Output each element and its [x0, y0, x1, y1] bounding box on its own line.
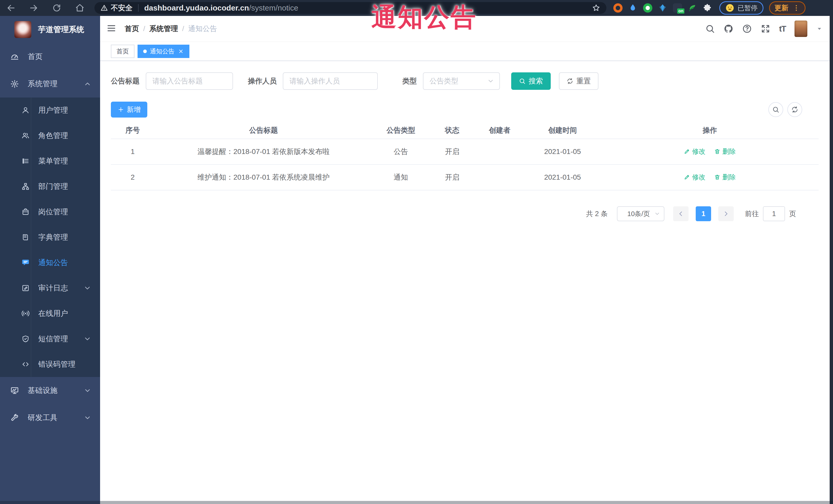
notice-title-input[interactable]	[146, 72, 233, 90]
sidebar-item-roles[interactable]: 角色管理	[0, 123, 100, 148]
add-button[interactable]: 新增	[111, 102, 147, 118]
goto-page-input[interactable]	[763, 206, 785, 221]
sidebar-item-online-users[interactable]: 在线用户	[0, 301, 100, 326]
user-avatar[interactable]	[794, 21, 807, 37]
audit-log-icon	[22, 284, 29, 292]
extension-green-circle-icon[interactable]	[640, 3, 655, 13]
system-submenu: 用户管理 角色管理 菜单管理 部门管理 岗位管理 字典管理	[0, 97, 100, 377]
address-bar[interactable]: 不安全 dashboard.yudao.iocoder.cn /system/n…	[94, 2, 606, 14]
url-path: /system/notice	[249, 4, 298, 12]
avatar-caret-icon[interactable]	[816, 25, 823, 32]
help-icon[interactable]	[742, 24, 752, 33]
col-header-title: 公告标题	[154, 122, 373, 139]
chevron-down-icon	[487, 77, 494, 85]
tab-label: 首页	[117, 47, 129, 55]
kebab-menu-icon[interactable]	[792, 4, 800, 12]
trash-icon	[714, 174, 720, 180]
update-label: 更新	[775, 3, 788, 13]
header-search-icon[interactable]	[705, 24, 715, 33]
not-secure-warning-icon	[101, 4, 108, 11]
delete-button[interactable]: 删除	[714, 147, 736, 156]
sidebar-item-infrastructure[interactable]: 基础设施	[0, 377, 100, 404]
search-button[interactable]: 搜索	[511, 72, 551, 90]
tab-notice[interactable]: 通知公告	[138, 45, 189, 58]
browser-forward-button[interactable]	[22, 3, 45, 13]
refresh-icon	[791, 106, 799, 113]
cell-type: 通知	[373, 165, 429, 190]
page-1-button[interactable]: 1	[696, 206, 711, 221]
sidebar-item-audit-log[interactable]: 审计日志	[0, 275, 100, 301]
search-button-label: 搜索	[529, 76, 543, 86]
chevron-down-icon	[84, 414, 91, 422]
wrench-icon	[10, 413, 19, 422]
toggle-search-button[interactable]	[768, 102, 783, 117]
tab-home[interactable]: 首页	[111, 45, 135, 58]
sidebar-item-home[interactable]: 首页	[0, 43, 100, 70]
refresh-icon	[567, 78, 573, 85]
extension-orange-icon[interactable]	[611, 3, 625, 13]
sidebar-item-error-codes[interactable]: 错误码管理	[0, 352, 100, 377]
org-tree-icon	[22, 183, 29, 190]
main-area: 首页 / 系统管理 / 通知公告 tT 首页 通知公告	[100, 16, 833, 504]
page-size-value: 10条/页	[623, 209, 654, 218]
sidebar-item-posts[interactable]: 岗位管理	[0, 199, 100, 224]
breadcrumb-system[interactable]: 系统管理	[149, 24, 178, 33]
table-toolbar: 新增	[111, 102, 818, 118]
bookmark-star-icon[interactable]	[592, 4, 600, 12]
delete-label: 删除	[722, 147, 736, 156]
notice-type-select[interactable]: 公告类型	[423, 72, 500, 90]
browser-reload-button[interactable]	[45, 3, 68, 13]
breadcrumb-home[interactable]: 首页	[125, 24, 139, 33]
extension-pin-icon[interactable]	[625, 4, 640, 12]
font-size-icon[interactable]: tT	[779, 24, 786, 33]
browser-home-button[interactable]	[68, 3, 91, 13]
tab-close-icon[interactable]	[178, 48, 184, 54]
sidebar-item-dictionary[interactable]: 字典管理	[0, 224, 100, 250]
filter-type-label: 类型	[402, 76, 417, 86]
sidebar-item-system[interactable]: 系统管理	[0, 70, 100, 97]
extensions-puzzle-icon[interactable]	[700, 4, 715, 12]
pencil-icon	[684, 174, 690, 180]
total-count-label: 共 2 条	[586, 209, 608, 218]
sidebar: 芋道管理系统 首页 系统管理 用户管理 角色管理 菜单管理	[0, 16, 100, 504]
goto-label: 前往	[745, 209, 759, 218]
sidebar-item-menus[interactable]: 菜单管理	[0, 148, 100, 174]
profile-paused-badge[interactable]: 已暂停	[719, 1, 763, 15]
github-icon[interactable]	[724, 24, 733, 33]
pencil-icon	[684, 148, 690, 154]
app-logo-row[interactable]: 芋道管理系统	[0, 16, 100, 43]
next-page-button[interactable]	[718, 206, 734, 221]
edit-button[interactable]: 修改	[684, 173, 706, 182]
col-header-creator: 创建者	[475, 122, 524, 139]
code-icon	[22, 360, 29, 368]
sidebar-item-dev-tools[interactable]: 研发工具	[0, 404, 100, 431]
notice-table: 序号 公告标题 公告类型 状态 创建者 创建时间 操作 1 温馨提醒：2018-…	[111, 122, 818, 190]
sidebar-item-notice[interactable]: 通知公告	[0, 250, 100, 275]
browser-update-button[interactable]: 更新	[769, 1, 806, 15]
col-header-type: 公告类型	[373, 122, 429, 139]
browser-back-button[interactable]	[0, 3, 22, 13]
operator-input[interactable]	[283, 72, 378, 90]
sidebar-item-departments[interactable]: 部门管理	[0, 174, 100, 199]
app-title: 芋道管理系统	[38, 24, 84, 35]
pagination: 共 2 条 10条/页 1 前往 页	[111, 206, 796, 221]
page-size-select[interactable]: 10条/页	[617, 206, 664, 221]
chevron-down-icon	[84, 387, 91, 394]
window-right-edge	[830, 16, 833, 504]
extension-gem-icon[interactable]	[655, 4, 670, 12]
edit-button[interactable]: 修改	[684, 147, 706, 156]
sidebar-item-sms[interactable]: 短信管理	[0, 326, 100, 352]
extension-leaf-icon[interactable]	[685, 4, 700, 12]
fullscreen-icon[interactable]	[761, 24, 770, 33]
reset-button[interactable]: 重置	[559, 72, 598, 90]
prev-page-button[interactable]	[673, 206, 689, 221]
sidebar-item-label: 审计日志	[38, 283, 84, 293]
refresh-table-button[interactable]	[787, 102, 802, 117]
goto-unit-label: 页	[789, 209, 796, 218]
table-row: 1 温馨提醒：2018-07-01 若依新版本发布啦 公告 开启 2021-01…	[111, 139, 818, 165]
delete-button[interactable]: 删除	[714, 173, 736, 182]
sidebar-collapse-button[interactable]	[106, 23, 117, 34]
edit-label: 修改	[692, 147, 706, 156]
sidebar-item-users[interactable]: 用户管理	[0, 97, 100, 123]
extension-proxy-icon[interactable]: on	[670, 3, 685, 13]
